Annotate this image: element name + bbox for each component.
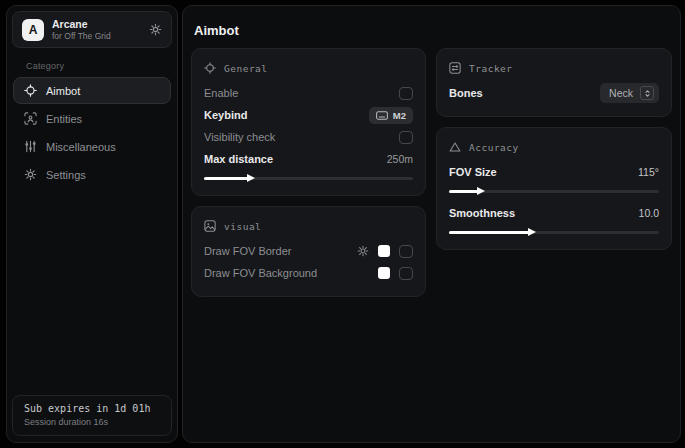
bones-dropdown[interactable]: Neck	[600, 83, 659, 103]
app-subtitle: for Off The Grid	[52, 31, 111, 42]
keybind-label: Keybind	[204, 109, 247, 121]
max-distance-label: Max distance	[204, 153, 273, 165]
app-window: A Arcane for Off The Grid Category	[0, 0, 685, 448]
general-card: General Enable Keybind	[191, 48, 426, 196]
bones-label: Bones	[449, 87, 483, 99]
crosshair-icon	[204, 62, 216, 74]
max-distance-value: 250m	[387, 153, 413, 165]
unfold-icon	[640, 86, 654, 100]
tracker-icon	[449, 62, 461, 74]
draw-fov-border-checkbox[interactable]	[399, 245, 413, 258]
draw-fov-background-row: Draw FOV Background	[204, 262, 413, 284]
gear-icon	[24, 168, 37, 181]
fov-size-slider[interactable]	[449, 187, 659, 196]
scan-face-icon	[24, 112, 37, 125]
logo-card: A Arcane for Off The Grid	[12, 11, 172, 48]
max-distance-row: Max distance 250m	[204, 148, 413, 170]
visibility-check-label: Visibility check	[204, 131, 275, 143]
visibility-check-row: Visibility check	[204, 126, 413, 148]
keyboard-icon	[376, 111, 388, 120]
sliders-icon	[24, 140, 37, 153]
visibility-check-checkbox[interactable]	[399, 131, 413, 144]
sidebar-item-settings[interactable]: Settings	[13, 161, 171, 188]
settings-gear-icon[interactable]	[149, 23, 162, 36]
smoothness-value: 10.0	[639, 207, 659, 219]
category-label: Category	[26, 61, 177, 71]
fov-size-label: FOV Size	[449, 166, 497, 178]
slider-thumb[interactable]	[477, 187, 485, 195]
draw-fov-border-label: Draw FOV Border	[204, 245, 291, 257]
slider-thumb[interactable]	[528, 228, 536, 236]
crosshair-icon	[24, 84, 37, 97]
sidebar-item-label: Miscellaneous	[46, 141, 116, 153]
fov-background-color-swatch[interactable]	[378, 267, 390, 279]
sidebar-nav: Aimbot Entities	[7, 77, 177, 188]
sidebar-item-entities[interactable]: Entities	[13, 105, 171, 132]
draw-fov-border-row: Draw FOV Border	[204, 240, 413, 262]
draw-fov-background-checkbox[interactable]	[399, 267, 413, 280]
tracker-card: Tracker Bones Neck	[436, 48, 672, 117]
fov-size-row: FOV Size 115°	[449, 161, 659, 183]
visual-card: visual Draw FOV Border	[191, 206, 426, 297]
app-logo: A	[22, 19, 44, 41]
sub-expiry-text: Sub expires in 1d 01h	[24, 403, 160, 414]
max-distance-slider[interactable]	[204, 174, 413, 183]
keybind-row: Keybind M2	[204, 104, 413, 126]
smoothness-slider[interactable]	[449, 228, 659, 237]
sidebar: A Arcane for Off The Grid Category	[6, 5, 178, 443]
main-panel: Aimbot General	[182, 5, 681, 443]
sidebar-item-aimbot[interactable]: Aimbot	[13, 77, 171, 104]
card-title-accuracy: Accuracy	[469, 142, 519, 153]
sidebar-item-label: Aimbot	[46, 85, 80, 97]
session-duration-text: Session duration 16s	[24, 417, 160, 427]
accuracy-card: Accuracy FOV Size 115°	[436, 127, 672, 250]
smoothness-label: Smoothness	[449, 207, 515, 219]
subscription-info: Sub expires in 1d 01h Session duration 1…	[12, 395, 172, 436]
bones-row: Bones Neck	[449, 82, 659, 104]
fov-border-color-swatch[interactable]	[378, 245, 390, 257]
fov-border-settings-gear-icon[interactable]	[357, 245, 369, 257]
fov-size-value: 115°	[638, 166, 659, 178]
app-name: Arcane	[52, 18, 111, 31]
image-icon	[204, 220, 216, 232]
keybind-value: M2	[393, 110, 406, 121]
card-title-visual: visual	[224, 221, 261, 232]
sidebar-item-miscellaneous[interactable]: Miscellaneous	[13, 133, 171, 160]
keybind-button[interactable]: M2	[369, 107, 413, 124]
bones-selected-value: Neck	[609, 87, 633, 99]
triangle-icon	[449, 141, 461, 153]
card-title-tracker: Tracker	[469, 63, 513, 74]
page-title: Aimbot	[191, 23, 672, 38]
card-title-general: General	[224, 63, 268, 74]
enable-label: Enable	[204, 87, 238, 99]
smoothness-row: Smoothness 10.0	[449, 202, 659, 224]
draw-fov-background-label: Draw FOV Background	[204, 267, 317, 279]
slider-thumb[interactable]	[247, 174, 255, 182]
sidebar-item-label: Entities	[46, 113, 82, 125]
enable-checkbox[interactable]	[399, 87, 413, 100]
sidebar-item-label: Settings	[46, 169, 86, 181]
enable-row: Enable	[204, 82, 413, 104]
